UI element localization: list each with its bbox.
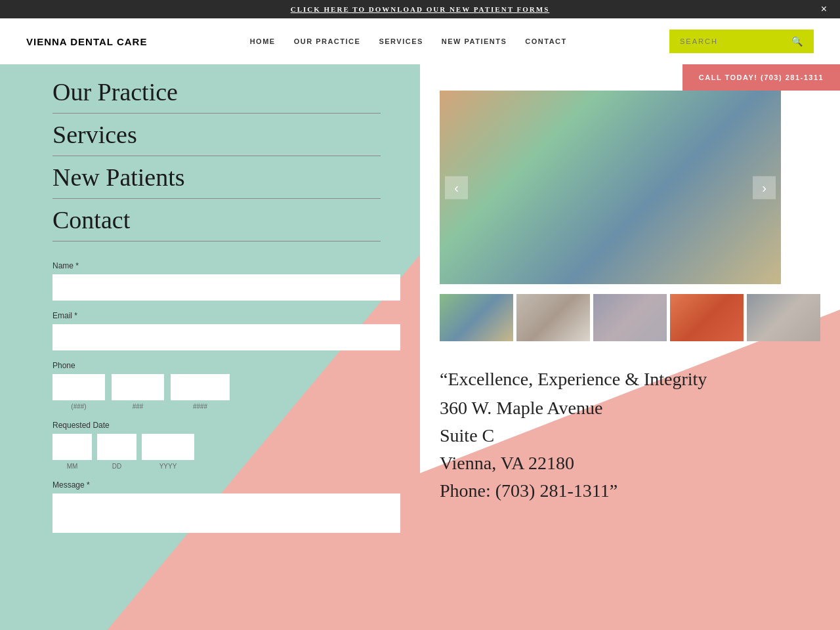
people-image — [440, 91, 781, 284]
header: VIENNA DENTAL CARE HOME OUR PRACTICE SER… — [0, 18, 840, 64]
search-box: 🔍 — [669, 30, 814, 53]
mega-nav: Our Practice Services New Patients Conta… — [52, 77, 381, 242]
date-yyyy-hint: YYYY — [159, 463, 177, 470]
slide-next-button[interactable]: › — [753, 176, 776, 199]
phone-prefix-hint: ### — [133, 403, 144, 410]
date-yyyy-input[interactable] — [142, 434, 194, 460]
email-group: Email * — [52, 311, 381, 350]
message-label: Message * — [52, 480, 381, 490]
nav-services[interactable]: SERVICES — [379, 37, 423, 45]
left-panel: Our Practice Services New Patients Conta… — [0, 64, 420, 630]
thumbnail-4[interactable] — [670, 294, 744, 341]
right-panel: CALL TODAY! (703) 281-1311 ‹ › “Excel — [420, 64, 840, 630]
phone-label: Phone — [52, 361, 381, 370]
message-textarea[interactable] — [52, 494, 400, 533]
phone-line-input[interactable] — [171, 374, 230, 400]
thumbnail-5[interactable] — [747, 294, 820, 341]
thumbnail-2[interactable] — [516, 294, 590, 341]
thumbnail-3[interactable] — [593, 294, 667, 341]
date-dd-input[interactable] — [97, 434, 136, 460]
email-label: Email * — [52, 311, 381, 320]
info-address-line1: 360 W. Maple Avenue — [440, 394, 820, 422]
date-label: Requested Date — [52, 421, 381, 430]
date-dd-hint: DD — [112, 463, 121, 470]
nav-new-patients[interactable]: NEW PATIENTS — [442, 37, 507, 45]
name-group: Name * — [52, 261, 381, 301]
info-phone: Phone: (703) 281-1311” — [440, 480, 820, 501]
nav-home[interactable]: HOME — [250, 37, 276, 45]
phone-area-hint: (###) — [71, 403, 86, 410]
date-mm-hint: MM — [67, 463, 78, 470]
logo: VIENNA DENTAL CARE — [26, 36, 147, 47]
date-yyyy-wrap: YYYY — [142, 434, 194, 470]
info-address-line2: Suite C — [440, 422, 820, 450]
banner-close-button[interactable]: × — [821, 3, 827, 15]
info-section: “Excellence, Experience & Integrity 360 … — [440, 361, 820, 508]
date-dd-wrap: DD — [97, 434, 136, 470]
name-label: Name * — [52, 261, 381, 270]
phone-prefix-input[interactable] — [112, 374, 164, 400]
contact-form: Name * Email * Phone (###) — [52, 261, 381, 536]
info-address-line3: Vienna, VA 22180 — [440, 450, 820, 477]
date-group: Requested Date MM DD YYYY — [52, 421, 381, 470]
phone-group: Phone (###) ### #### — [52, 361, 381, 410]
phone-line-wrap: #### — [171, 374, 230, 410]
phone-fields: (###) ### #### — [52, 374, 381, 410]
email-input[interactable] — [52, 324, 400, 350]
mega-nav-contact[interactable]: Contact — [52, 205, 381, 242]
mega-nav-new-patients[interactable]: New Patients — [52, 163, 381, 199]
name-input[interactable] — [52, 274, 400, 301]
slide-prev-button[interactable]: ‹ — [445, 176, 468, 199]
call-today-button[interactable]: CALL TODAY! (703) 281-1311 — [682, 64, 840, 91]
left-content: Our Practice Services New Patients Conta… — [0, 64, 420, 572]
phone-line-hint: #### — [193, 403, 207, 410]
slide-main-image — [440, 91, 781, 284]
date-fields: MM DD YYYY — [52, 434, 381, 470]
phone-area-wrap: (###) — [52, 374, 105, 410]
nav-our-practice[interactable]: OUR PRACTICE — [294, 37, 361, 45]
info-quote: “Excellence, Experience & Integrity — [440, 368, 820, 391]
thumbnail-1[interactable] — [440, 294, 513, 341]
thumbnail-strip — [440, 294, 820, 341]
date-mm-input[interactable] — [52, 434, 92, 460]
top-banner: CLICK HERE TO DOWNLOAD OUR NEW PATIENT F… — [0, 0, 840, 18]
mega-nav-our-practice[interactable]: Our Practice — [52, 77, 381, 114]
nav-contact[interactable]: CONTACT — [525, 37, 566, 45]
phone-area-input[interactable] — [52, 374, 105, 400]
phone-prefix-wrap: ### — [112, 374, 164, 410]
main-wrapper: Our Practice Services New Patients Conta… — [0, 64, 840, 630]
search-icon-button[interactable]: 🔍 — [791, 36, 803, 47]
banner-link[interactable]: CLICK HERE TO DOWNLOAD OUR NEW PATIENT F… — [291, 5, 550, 13]
slideshow: ‹ › — [440, 91, 781, 284]
right-content: ‹ › “Excellence, Experience & Integrity … — [420, 64, 840, 528]
message-group: Message * — [52, 480, 381, 536]
main-nav: HOME OUR PRACTICE SERVICES NEW PATIENTS … — [250, 37, 567, 45]
mega-nav-services[interactable]: Services — [52, 120, 381, 156]
date-mm-wrap: MM — [52, 434, 92, 470]
search-input[interactable] — [680, 37, 791, 45]
